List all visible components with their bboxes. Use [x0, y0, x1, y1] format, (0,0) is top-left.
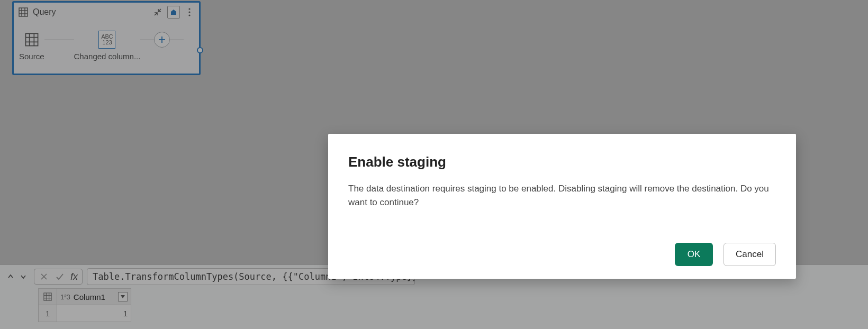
- cancel-button[interactable]: Cancel: [724, 243, 776, 266]
- dialog-title: Enable staging: [348, 154, 776, 170]
- dialog-actions: OK Cancel: [348, 243, 776, 266]
- ok-button[interactable]: OK: [675, 243, 713, 266]
- enable-staging-dialog: Enable staging The data destination requ…: [328, 134, 796, 279]
- dialog-body: The data destination requires staging to…: [348, 182, 776, 210]
